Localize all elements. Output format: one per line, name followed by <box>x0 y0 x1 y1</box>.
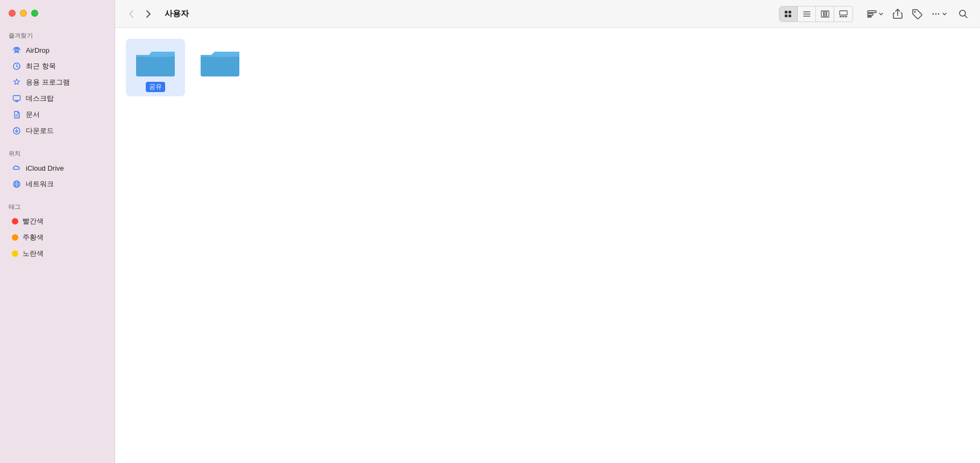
traffic-lights <box>0 6 115 27</box>
favorites-label: 즐겨찾기 <box>0 27 115 42</box>
appstore-icon <box>12 78 22 87</box>
sidebar-item-documents[interactable]: 문서 <box>3 107 111 122</box>
toolbar-actions <box>864 6 971 22</box>
main-area: 사용자 <box>115 0 980 463</box>
location-label: 위치 <box>0 145 115 160</box>
view-list-button[interactable] <box>798 6 816 22</box>
svg-point-21 <box>933 13 934 15</box>
share-button[interactable] <box>890 6 906 22</box>
sidebar-item-label-network: 네트워크 <box>26 179 54 189</box>
tag-button[interactable] <box>909 6 925 22</box>
sidebar: 즐겨찾기 AirDrop 최근 항목 응용 프로그램 <box>0 0 115 463</box>
view-column-button[interactable] <box>816 6 834 22</box>
view-icon-button[interactable] <box>779 6 798 22</box>
sidebar-item-icloud[interactable]: iCloud Drive <box>3 160 111 176</box>
svg-rect-12 <box>827 11 829 17</box>
folder-icon-unnamed <box>198 44 242 79</box>
folder-item-shared[interactable]: 공유 <box>126 39 185 96</box>
airdrop-icon <box>12 45 22 55</box>
minimize-button[interactable] <box>20 10 27 17</box>
back-button[interactable] <box>124 6 139 22</box>
svg-point-22 <box>935 13 937 15</box>
view-buttons-group <box>779 6 853 22</box>
svg-rect-6 <box>785 11 787 13</box>
toolbar: 사용자 <box>115 0 980 28</box>
svg-rect-16 <box>845 16 847 17</box>
sidebar-item-label-documents: 문서 <box>26 110 40 120</box>
cloud-icon <box>12 163 22 173</box>
svg-rect-19 <box>868 16 871 17</box>
folder-label-unnamed <box>219 82 221 90</box>
sidebar-item-label-icloud: iCloud Drive <box>26 164 64 172</box>
sidebar-item-recents[interactable]: 최근 항목 <box>3 59 111 74</box>
network-icon <box>12 179 22 189</box>
sidebar-item-tag-yellow[interactable]: 노란색 <box>3 246 111 261</box>
nav-buttons <box>124 6 156 22</box>
tags-label: 태그 <box>0 199 115 213</box>
sidebar-item-label-airdrop: AirDrop <box>26 46 49 54</box>
desktop-icon <box>12 94 22 103</box>
download-icon <box>12 126 22 136</box>
sidebar-item-label-applications: 응용 프로그램 <box>26 78 70 87</box>
svg-rect-8 <box>785 15 787 17</box>
sidebar-item-label-tag-yellow: 노란색 <box>23 249 44 258</box>
sidebar-item-label-desktop: 데스크탑 <box>26 94 54 103</box>
sidebar-item-label-downloads: 다운로드 <box>26 126 54 136</box>
svg-rect-10 <box>821 11 823 17</box>
clock-icon <box>12 61 22 71</box>
folder-label-shared: 공유 <box>146 82 165 92</box>
close-button[interactable] <box>9 10 16 17</box>
sidebar-item-label-tag-red: 빨간색 <box>23 216 44 226</box>
tag-orange-dot <box>12 234 18 241</box>
svg-point-20 <box>914 11 916 12</box>
sidebar-item-tag-red[interactable]: 빨간색 <box>3 214 111 229</box>
svg-rect-17 <box>868 11 876 13</box>
sidebar-item-label-tag-orange: 주황색 <box>23 233 44 242</box>
svg-rect-2 <box>13 96 20 101</box>
sidebar-item-tag-orange[interactable]: 주황색 <box>3 230 111 245</box>
tag-red-dot <box>12 218 18 225</box>
sidebar-item-label-recents: 최근 항목 <box>26 61 56 71</box>
svg-rect-18 <box>868 13 873 16</box>
svg-rect-13 <box>840 11 847 15</box>
svg-rect-9 <box>789 15 791 17</box>
sidebar-item-desktop[interactable]: 데스크탑 <box>3 91 111 106</box>
sidebar-item-airdrop[interactable]: AirDrop <box>3 43 111 58</box>
folder-item-unnamed[interactable] <box>190 39 250 96</box>
content-area[interactable]: 공유 <box>115 28 980 463</box>
page-title: 사용자 <box>165 9 189 19</box>
sidebar-item-downloads[interactable]: 다운로드 <box>3 123 111 138</box>
view-gallery-button[interactable] <box>834 6 853 22</box>
forward-button[interactable] <box>141 6 156 22</box>
svg-point-24 <box>960 10 965 16</box>
svg-point-23 <box>938 13 940 15</box>
search-button[interactable] <box>955 6 971 22</box>
sidebar-item-network[interactable]: 네트워크 <box>3 177 111 192</box>
svg-rect-11 <box>824 11 826 17</box>
maximize-button[interactable] <box>31 10 38 17</box>
svg-rect-14 <box>840 16 842 17</box>
svg-rect-15 <box>842 16 844 17</box>
more-button[interactable] <box>928 8 950 20</box>
folder-icon-shared <box>134 44 177 79</box>
document-icon <box>12 110 22 120</box>
group-button[interactable] <box>864 8 886 20</box>
sidebar-item-applications[interactable]: 응용 프로그램 <box>3 75 111 90</box>
svg-rect-7 <box>789 11 791 13</box>
tag-yellow-dot <box>12 250 18 257</box>
